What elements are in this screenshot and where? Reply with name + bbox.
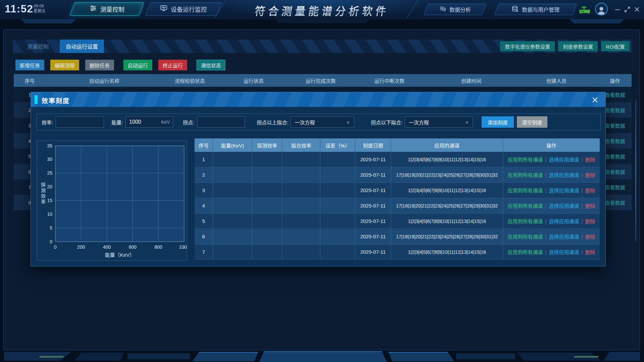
close-window-button[interactable]	[633, 5, 641, 14]
nav-measure-control[interactable]: 测量控制	[70, 2, 144, 16]
calibration-table-header: 序号 能量(KeV) 探测效率 拟合效率 误差（%） 刻度日期 应用的通道 操作	[195, 138, 600, 152]
calibration-params-button[interactable]: 刻度参数设置	[558, 41, 598, 51]
nav-user-label: 数据与用户管理	[522, 5, 559, 13]
delete-calibration-link[interactable]: 删除	[585, 248, 595, 255]
fit-below-label: 拐点以下拟合:	[371, 119, 402, 126]
view-data-link[interactable]: 查看数据	[605, 168, 625, 175]
nav-measure-label: 测量控制	[100, 5, 124, 13]
footer-decoration	[388, 352, 454, 361]
view-data-link[interactable]: 查看数据	[605, 184, 625, 191]
fit-below-select[interactable]: 一次方程 ∨	[405, 116, 473, 128]
footer-decoration	[127, 353, 190, 359]
calibration-row: 6 2025-07-11 17|18|19|20|21|22|23|24|25|…	[195, 229, 600, 244]
efficiency-chart: 0 5 10 15 20 25 30 35 0 200 400 600 800 …	[37, 141, 187, 260]
view-data-link[interactable]: 查看数据	[605, 91, 625, 98]
delete-calibration-link[interactable]: 删除	[585, 171, 595, 178]
apply-all-channels-link[interactable]: 应用到所有通道	[508, 171, 543, 178]
task-table-header: 序号 自动运行名称 流程校验状态 运行状态 运行完成次数 运行中断次数 创建时间…	[14, 74, 632, 87]
header-decoration	[569, 19, 625, 23]
header-decoration	[21, 19, 76, 23]
delete-calibration-link[interactable]: 删除	[585, 233, 595, 240]
delete-task-button[interactable]: 删除任务	[85, 60, 114, 70]
delete-calibration-link[interactable]: 删除	[585, 218, 595, 225]
footer-decoration	[74, 353, 124, 361]
svg-text:400: 400	[103, 244, 111, 250]
footer-decoration	[456, 353, 515, 359]
svg-text:800: 800	[155, 244, 163, 250]
knee-input[interactable]	[197, 116, 245, 128]
apply-all-channels-link[interactable]: 应用到所有通道	[508, 248, 543, 255]
side-decoration	[635, 101, 636, 241]
svg-text:0: 0	[54, 244, 57, 250]
sliders-icon	[90, 5, 97, 13]
view-data-link[interactable]: 查看数据	[605, 199, 625, 206]
nav-device-monitor[interactable]: 设备运行监控	[145, 2, 222, 16]
user-avatar[interactable]	[595, 3, 608, 15]
delete-calibration-link[interactable]: 删除	[585, 187, 595, 194]
maximize-button[interactable]	[623, 5, 632, 14]
delete-calibration-link[interactable]: 删除	[585, 156, 595, 163]
footer-decoration	[193, 352, 258, 361]
apply-all-channels-link[interactable]: 应用到所有通道	[508, 202, 543, 209]
view-data-link[interactable]: 查看数据	[605, 107, 625, 114]
select-channels-link[interactable]: 选择应用通道	[549, 156, 579, 163]
start-run-button[interactable]: 启动运行	[123, 60, 152, 70]
col-flow-check-status: 流程校验状态	[163, 74, 217, 87]
svg-text:35: 35	[47, 143, 52, 148]
view-data-link[interactable]: 查看数据	[605, 137, 625, 144]
clock-time: 11:52	[5, 3, 33, 15]
nav-user-management[interactable]: 数据与用户管理	[494, 4, 577, 15]
select-channels-link[interactable]: 选择应用通道	[549, 202, 579, 209]
apply-all-channels-link[interactable]: 应用到所有通道	[508, 156, 543, 163]
select-channels-link[interactable]: 选择应用通道	[549, 233, 579, 240]
view-data-link[interactable]: 查看数据	[605, 122, 625, 129]
knee-label: 拐点:	[183, 119, 194, 126]
col-auto-run-name: 自动运行名称	[46, 74, 163, 87]
calibration-row: 4 2025-07-11 17|18|19|20|21|22|23|24|25|…	[195, 198, 600, 214]
app-window: 11:52 06-06 星期五 测量控制	[0, 0, 644, 362]
digitizer-params-button[interactable]: 数字化谱仪参数设置	[500, 41, 555, 51]
select-channels-link[interactable]: 选择应用通道	[549, 218, 579, 225]
weekday-value: 星期五	[34, 9, 46, 14]
tab-auto-run-label: 自动运行设置	[66, 42, 98, 50]
monitor-icon	[160, 5, 167, 13]
svg-text:0: 0	[50, 239, 52, 244]
efficiency-input[interactable]	[56, 116, 104, 128]
network-device-icon[interactable]	[578, 4, 591, 16]
footer-accent	[574, 356, 599, 358]
clear-calibration-button[interactable]: 清空刻度	[517, 116, 547, 128]
add-calibration-button[interactable]: 添加刻度	[482, 116, 514, 128]
footer-accent	[39, 356, 64, 358]
col-seq: 序号	[14, 74, 46, 87]
calibration-row: 5 2025-07-11 1|2|3|4|5|6|7|8|9|10|11|12|…	[195, 214, 600, 229]
task-toolbar: 新增任务 编辑流程 删除任务 启动运行 终止运行 通信状态	[15, 60, 225, 70]
efficiency-label: 效率:	[42, 119, 53, 126]
apply-all-channels-link[interactable]: 应用到所有通道	[508, 233, 543, 240]
fit-above-label: 拐点以上拟合:	[257, 119, 288, 126]
tab-measure-control[interactable]: 测量控制	[16, 40, 60, 53]
title-accent-bar	[35, 95, 38, 104]
fit-above-select[interactable]: 一次方程 ∨	[290, 116, 354, 128]
energy-unit: KeV	[161, 119, 170, 125]
stop-run-button[interactable]: 终止运行	[158, 60, 187, 70]
tab-auto-run-settings[interactable]: 自动运行设置	[60, 40, 104, 53]
database-gear-icon	[512, 6, 519, 13]
roi-config-button[interactable]: ROI配置	[601, 41, 630, 51]
data-analysis-icon	[439, 6, 446, 13]
view-data-link[interactable]: 查看数据	[605, 153, 625, 160]
dialog-title: 效率刻度	[42, 96, 70, 105]
select-channels-link[interactable]: 选择应用通道	[549, 187, 579, 194]
apply-all-channels-link[interactable]: 应用到所有通道	[508, 218, 543, 225]
minimize-button[interactable]	[613, 5, 622, 14]
apply-all-channels-link[interactable]: 应用到所有通道	[508, 187, 543, 194]
comm-status-button[interactable]: 通信状态	[197, 60, 225, 70]
select-channels-link[interactable]: 选择应用通道	[549, 248, 579, 255]
close-dialog-icon[interactable]	[591, 96, 599, 104]
add-task-button[interactable]: 新增任务	[15, 60, 44, 70]
delete-calibration-link[interactable]: 删除	[585, 202, 595, 209]
edit-flow-button[interactable]: 编辑流程	[50, 60, 79, 70]
header-decoration	[274, 18, 371, 23]
energy-label: 能量:	[111, 119, 123, 126]
select-channels-link[interactable]: 选择应用通道	[549, 171, 579, 178]
nav-data-analysis[interactable]: 数据分析	[424, 4, 486, 15]
